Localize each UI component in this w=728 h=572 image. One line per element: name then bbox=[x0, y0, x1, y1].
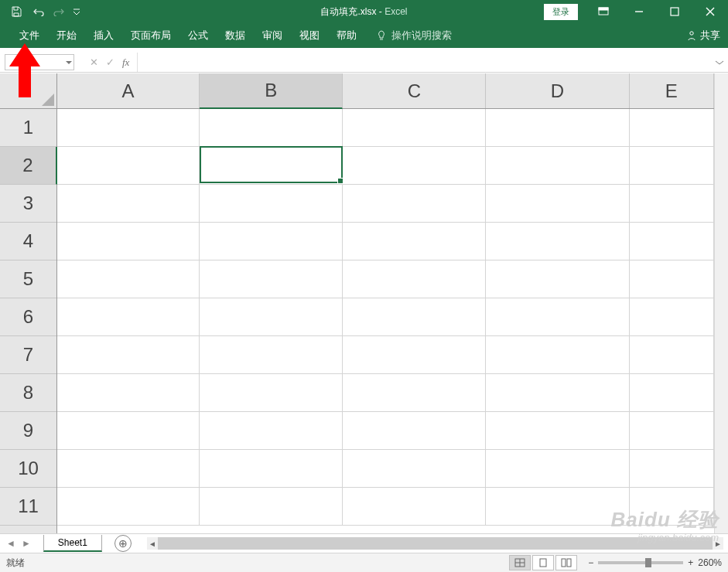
sheet-nav-next[interactable]: ► bbox=[22, 538, 31, 549]
column-header[interactable]: E bbox=[630, 73, 714, 108]
row-header[interactable]: 10 bbox=[0, 450, 56, 488]
cell[interactable] bbox=[343, 109, 486, 147]
row-header[interactable]: 7 bbox=[0, 336, 56, 374]
cell[interactable] bbox=[630, 488, 714, 526]
tell-me-search[interactable]: 操作说明搜索 bbox=[376, 29, 452, 43]
row-header[interactable]: 8 bbox=[0, 374, 56, 412]
cell[interactable] bbox=[57, 260, 200, 298]
select-all-corner[interactable] bbox=[0, 73, 57, 109]
cell[interactable] bbox=[630, 412, 714, 450]
cell[interactable] bbox=[486, 488, 629, 526]
minimize-button[interactable] bbox=[621, 0, 657, 23]
cell[interactable] bbox=[630, 109, 714, 147]
scroll-thumb[interactable] bbox=[158, 537, 713, 550]
tab-review[interactable]: 审阅 bbox=[254, 23, 291, 48]
cell[interactable] bbox=[630, 260, 714, 298]
cell[interactable] bbox=[57, 147, 200, 185]
cell[interactable] bbox=[486, 374, 629, 412]
enter-formula-button[interactable]: ✓ bbox=[106, 56, 114, 68]
cell[interactable] bbox=[630, 185, 714, 223]
zoom-in-button[interactable]: + bbox=[688, 557, 693, 568]
formula-input[interactable] bbox=[137, 53, 711, 72]
normal-view-button[interactable] bbox=[509, 555, 531, 570]
row-header[interactable]: 11 bbox=[0, 488, 56, 526]
redo-button[interactable] bbox=[50, 2, 70, 22]
save-button[interactable] bbox=[6, 2, 26, 22]
cell[interactable] bbox=[57, 488, 200, 526]
scroll-right-icon[interactable]: ► bbox=[713, 540, 723, 548]
cell[interactable] bbox=[57, 185, 200, 223]
cell[interactable] bbox=[200, 336, 343, 374]
tab-formulas[interactable]: 公式 bbox=[179, 23, 217, 48]
cell[interactable] bbox=[486, 223, 629, 260]
page-break-view-button[interactable] bbox=[555, 555, 577, 570]
cell[interactable] bbox=[630, 147, 714, 185]
sheet-tab-active[interactable]: Sheet1 bbox=[43, 535, 102, 552]
zoom-slider[interactable] bbox=[598, 561, 683, 564]
cell[interactable] bbox=[630, 298, 714, 336]
page-layout-view-button[interactable] bbox=[532, 555, 554, 570]
login-button[interactable]: 登录 bbox=[544, 4, 578, 20]
scroll-left-icon[interactable]: ◄ bbox=[147, 540, 158, 548]
row-header[interactable]: 1 bbox=[0, 109, 56, 147]
row-header[interactable]: 3 bbox=[0, 185, 56, 223]
cell[interactable] bbox=[200, 412, 343, 450]
cell[interactable] bbox=[343, 223, 486, 260]
maximize-button[interactable] bbox=[657, 0, 692, 23]
row-header[interactable]: 5 bbox=[0, 260, 56, 298]
row-header[interactable]: 2 bbox=[0, 147, 57, 185]
tab-help[interactable]: 帮助 bbox=[328, 23, 365, 48]
zoom-out-button[interactable]: − bbox=[588, 557, 593, 568]
cell[interactable] bbox=[486, 450, 629, 488]
tab-view[interactable]: 视图 bbox=[291, 23, 328, 48]
cell[interactable] bbox=[200, 223, 343, 260]
cell[interactable] bbox=[343, 450, 486, 488]
cell[interactable] bbox=[343, 374, 486, 412]
cell[interactable] bbox=[486, 185, 629, 223]
cell[interactable] bbox=[200, 147, 343, 185]
cell[interactable] bbox=[343, 260, 486, 298]
cell[interactable] bbox=[486, 109, 629, 147]
horizontal-scrollbar[interactable]: ◄ ► bbox=[147, 537, 723, 550]
cell[interactable] bbox=[57, 450, 200, 488]
column-header[interactable]: A bbox=[57, 73, 200, 108]
cell[interactable] bbox=[486, 298, 629, 336]
cell[interactable] bbox=[486, 336, 629, 374]
name-box[interactable] bbox=[5, 54, 74, 70]
cell[interactable] bbox=[486, 412, 629, 450]
cell[interactable] bbox=[630, 223, 714, 260]
qat-customize-button[interactable] bbox=[71, 2, 82, 22]
cancel-formula-button[interactable]: ✕ bbox=[90, 56, 98, 68]
row-header[interactable]: 6 bbox=[0, 298, 56, 336]
row-header[interactable]: 4 bbox=[0, 223, 56, 260]
cell[interactable] bbox=[343, 298, 486, 336]
column-header[interactable]: C bbox=[343, 73, 486, 108]
cell[interactable] bbox=[57, 223, 200, 260]
cell[interactable] bbox=[57, 336, 200, 374]
cell[interactable] bbox=[57, 374, 200, 412]
row-header[interactable]: 9 bbox=[0, 412, 56, 450]
insert-function-button[interactable]: fx bbox=[122, 56, 129, 69]
cell[interactable] bbox=[57, 109, 200, 147]
zoom-level-label[interactable]: 260% bbox=[698, 557, 722, 568]
expand-formula-bar-button[interactable] bbox=[711, 53, 728, 72]
cell[interactable] bbox=[200, 260, 343, 298]
tab-home[interactable]: 开始 bbox=[48, 23, 85, 48]
share-button[interactable]: 共享 bbox=[686, 29, 720, 43]
cell[interactable] bbox=[343, 336, 486, 374]
column-header[interactable]: D bbox=[486, 73, 629, 108]
cell[interactable] bbox=[486, 147, 629, 185]
vertical-scrollbar[interactable] bbox=[714, 73, 728, 533]
cell[interactable] bbox=[630, 374, 714, 412]
cell[interactable] bbox=[200, 185, 343, 223]
tab-file[interactable]: 文件 bbox=[11, 23, 48, 48]
cell[interactable] bbox=[200, 488, 343, 526]
tab-insert[interactable]: 插入 bbox=[85, 23, 122, 48]
cell[interactable] bbox=[57, 412, 200, 450]
close-button[interactable] bbox=[692, 0, 728, 23]
cell[interactable] bbox=[630, 336, 714, 374]
new-sheet-button[interactable]: ⊕ bbox=[114, 535, 132, 552]
cell[interactable] bbox=[57, 298, 200, 336]
undo-button[interactable] bbox=[28, 2, 48, 22]
cell[interactable] bbox=[630, 450, 714, 488]
